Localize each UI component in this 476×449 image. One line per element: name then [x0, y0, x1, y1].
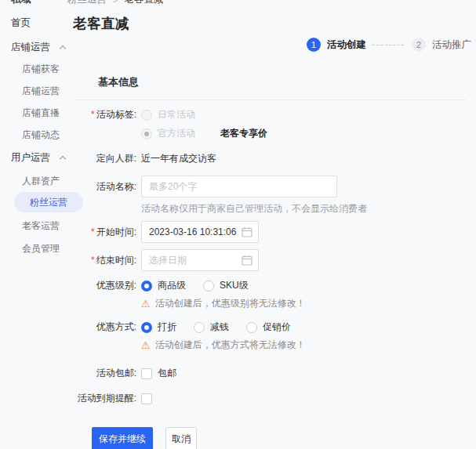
warning-text: 活动创建后，优惠级别将无法修改！	[155, 297, 306, 310]
end-time-picker	[141, 249, 259, 271]
cancel-button[interactable]: 取消	[165, 427, 197, 449]
radio-icon[interactable]	[203, 281, 214, 291]
brand-label: 私域	[11, 0, 67, 6]
section-title-basic-info: 基本信息	[75, 71, 467, 100]
radio-option-label: 商品级	[158, 279, 186, 292]
radio-option-official-activity[interactable]: 官方活动	[141, 127, 195, 140]
step-1-indicator: 1	[307, 38, 321, 52]
radio-option-promo-price[interactable]: 促销价	[246, 320, 291, 334]
sidebar: 首页 店铺运营 店铺获客 店铺运营 店铺直播 店铺动态 用户运营 人群资产 粉丝…	[0, 8, 75, 449]
form-row-discount-method: 优惠方式: 打折 减钱 促销价	[75, 320, 467, 334]
chevron-up-icon	[60, 45, 66, 51]
radio-icon-selected-disabled[interactable]	[141, 129, 152, 139]
page-title: 老客直减	[73, 14, 476, 33]
radio-option-label: 减钱	[210, 320, 229, 334]
save-and-continue-button[interactable]: 保存并继续	[92, 427, 153, 449]
activity-name-helper: 活动名称仅用于商家自己管理活动，不会显示给消费者	[141, 202, 467, 215]
radio-icon[interactable]	[246, 322, 257, 333]
target-audience-value: 近一年有成交访客	[141, 152, 216, 165]
radio-option-amount-off[interactable]: 减钱	[194, 320, 229, 334]
required-asterisk: *	[91, 226, 95, 237]
sidebar-item-store-feed[interactable]: 店铺动态	[11, 128, 75, 142]
radio-option-label: 日常活动	[158, 108, 195, 121]
stepper: 1 活动创建 2 活动推广	[307, 38, 471, 52]
free-shipping-option[interactable]: 包邮	[141, 367, 176, 380]
breadcrumb-separator-icon: >	[113, 0, 118, 5]
form-actions: 保存并继续 取消	[92, 427, 467, 449]
field-label: *开始时间:	[75, 226, 136, 239]
radio-option-label: 官方活动	[158, 127, 195, 140]
discount-method-warning: ⚠ 活动创建后，优惠方式将无法修改！	[141, 339, 467, 352]
form-row-activity-name: 活动名称:	[75, 176, 467, 197]
topbar: 私域 粉丝运营 > 老客直减	[0, 0, 476, 8]
sidebar-item-old-customer-operation[interactable]: 老客运营	[11, 219, 75, 233]
field-label: *结束时间:	[75, 254, 136, 267]
sidebar-group-label: 用户运营	[11, 151, 50, 165]
radio-option-sku-level[interactable]: SKU级	[203, 279, 249, 292]
breadcrumb-item-current: 老客直减	[124, 0, 163, 6]
sidebar-item-store-live[interactable]: 店铺直播	[11, 106, 75, 120]
sidebar-item-audience-assets[interactable]: 人群资产	[11, 174, 75, 188]
radio-option-percent-off[interactable]: 打折	[141, 320, 176, 334]
warning-triangle-icon: ⚠	[141, 299, 151, 309]
checkbox-icon[interactable]	[141, 368, 152, 379]
activity-form: 基本信息 *活动标签: 日常活动 官方活动 老客专享价 定向人群:	[75, 71, 467, 449]
form-row-discount-level: 优惠级别: 商品级 SKU级	[75, 279, 467, 292]
radio-option-item-level[interactable]: 商品级	[141, 279, 186, 292]
activity-name-input[interactable]	[141, 176, 337, 197]
field-label: *活动标签:	[75, 108, 136, 121]
sidebar-item-store-acquisition[interactable]: 店铺获客	[11, 62, 75, 76]
required-asterisk: *	[91, 255, 95, 266]
sidebar-group-user-operations[interactable]: 用户运营	[11, 150, 75, 165]
form-row-activity-tag: *活动标签: 日常活动	[75, 108, 467, 121]
field-label: 活动到期提醒:	[75, 392, 136, 405]
step-1-label: 活动创建	[327, 38, 366, 52]
field-label: 优惠级别:	[75, 279, 136, 292]
radio-icon[interactable]	[194, 322, 205, 333]
sidebar-item-home[interactable]: 首页	[11, 8, 75, 30]
radio-option-daily-activity[interactable]: 日常活动	[141, 108, 195, 121]
sidebar-group-store-operations[interactable]: 店铺运营	[11, 40, 75, 54]
sidebar-group-label: 店铺运营	[11, 41, 50, 54]
form-row-end-time: *结束时间:	[75, 249, 467, 271]
form-row-start-time: *开始时间:	[75, 221, 467, 243]
discount-level-warning: ⚠ 活动创建后，优惠级别将无法修改！	[141, 297, 467, 310]
radio-option-label: SKU级	[220, 279, 249, 292]
radio-icon-disabled[interactable]	[141, 110, 152, 121]
start-time-picker	[141, 221, 259, 243]
radio-option-label: 促销价	[263, 320, 291, 334]
official-activity-suffix: 老客专享价	[220, 127, 267, 140]
form-row-activity-tag-2: 官方活动 老客专享价	[75, 127, 467, 140]
radio-icon-selected[interactable]	[141, 281, 152, 291]
topbar-inner: 私域 粉丝运营 > 老客直减	[0, 0, 476, 6]
step-2-indicator: 2	[412, 38, 426, 52]
radio-option-label: 打折	[158, 320, 176, 334]
radio-icon-selected[interactable]	[141, 322, 152, 333]
field-label: 活动包邮:	[75, 367, 136, 380]
expiry-reminder-checkbox[interactable]	[141, 393, 152, 404]
form-row-expiry-reminder: 活动到期提醒:	[75, 392, 467, 405]
form-row-free-shipping: 活动包邮: 包邮	[75, 367, 467, 380]
field-label: 定向人群:	[75, 152, 136, 165]
calendar-icon[interactable]	[242, 226, 253, 237]
field-label: 活动名称:	[75, 180, 136, 194]
checkbox-label: 包邮	[158, 367, 176, 380]
field-label: 优惠方式:	[75, 320, 136, 334]
warning-text: 活动创建后，优惠方式将无法修改！	[155, 339, 306, 352]
calendar-icon[interactable]	[242, 255, 253, 266]
form-row-target-audience: 定向人群: 近一年有成交访客	[75, 152, 467, 165]
sidebar-item-member-management[interactable]: 会员管理	[11, 241, 75, 255]
page: 私域 粉丝运营 > 老客直减 首页 店铺运营 店铺获客 店铺运营 店铺直播 店铺…	[0, 0, 476, 449]
warning-triangle-icon: ⚠	[141, 340, 151, 350]
step-connector	[372, 45, 404, 45]
required-asterisk: *	[91, 109, 95, 120]
sidebar-item-store-operation[interactable]: 店铺运营	[11, 84, 75, 98]
breadcrumb-item-parent[interactable]: 粉丝运营	[67, 0, 107, 6]
main-content: 老客直减 1 活动创建 2 活动推广 基本信息 *活动标签: 日常活动	[69, 8, 476, 449]
step-2-label: 活动推广	[432, 38, 471, 52]
chevron-up-icon	[60, 155, 66, 161]
